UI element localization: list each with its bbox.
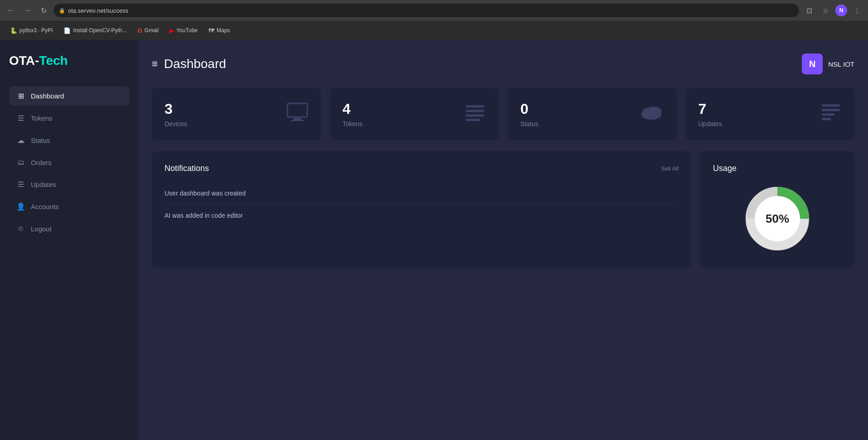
devices-count: 3: [165, 101, 187, 117]
bookmark-pyttsx3[interactable]: 🐍 pyttsx3 · PyPI: [5, 25, 57, 36]
notification-item: User dashboard was created: [165, 182, 679, 205]
main-title-group: ≡ Dashboard: [152, 57, 226, 71]
notifications-header: Notifications Sell All: [165, 164, 679, 173]
svg-rect-1: [294, 118, 301, 120]
stat-info-tokens: 4 Tokens: [343, 101, 363, 127]
svg-rect-0: [287, 103, 307, 117]
svg-rect-14: [822, 118, 831, 120]
orders-icon: 🗂: [16, 158, 25, 166]
main-content: ≡ Dashboard N NSL IOT 3 Devices: [138, 40, 868, 440]
monitor-icon: [286, 103, 308, 126]
url-text: ota.serveo.net/success: [68, 7, 128, 14]
bookmark-label: Maps: [217, 27, 230, 34]
stat-card-tokens[interactable]: 4 Tokens: [330, 88, 499, 140]
lock-icon: 🔒: [59, 8, 65, 14]
hamburger-icon[interactable]: ≡: [152, 58, 158, 70]
stat-card-updates[interactable]: 7 Updates: [686, 88, 855, 140]
more-icon[interactable]: ⋮: [851, 4, 863, 17]
sidebar-item-label: Dashboard: [31, 92, 64, 100]
bookmark-youtube[interactable]: ▶ YouTube: [165, 25, 202, 36]
sidebar-item-orders[interactable]: 🗂 Orders: [9, 153, 129, 172]
star-icon[interactable]: ☆: [819, 4, 832, 17]
avatar: N: [802, 54, 823, 74]
status-label: Status: [520, 120, 538, 127]
svg-rect-6: [466, 119, 480, 121]
logo-tech: Tech: [39, 54, 68, 68]
svg-rect-2: [291, 120, 304, 121]
donut-container: 50%: [713, 182, 842, 255]
browser-chrome: ← → ↻ 🔒 ota.serveo.net/success ⊡ ☆ N ⋮ 🐍…: [0, 0, 868, 40]
sidebar-item-label: Tokens: [31, 114, 53, 122]
tokens-count: 4: [343, 101, 363, 117]
notifications-title: Notifications: [165, 164, 209, 173]
tokens-icon: ☰: [16, 114, 25, 122]
bookmark-label: Install OpenCV-Pyth...: [73, 27, 126, 34]
sidebar-item-updates[interactable]: ☰ Updates: [9, 175, 129, 194]
sidebar-item-dashboard[interactable]: ⊞ Dashboard: [9, 86, 129, 106]
main-header: ≡ Dashboard N NSL IOT: [152, 54, 854, 74]
devices-label: Devices: [165, 120, 187, 127]
sidebar-item-tokens[interactable]: ☰ Tokens: [9, 108, 129, 128]
chrome-user-avatar[interactable]: N: [835, 5, 847, 16]
notification-text: AI was added in code editor: [165, 212, 243, 219]
forward-button[interactable]: →: [21, 4, 34, 17]
app-layout: OTA-Tech ⊞ Dashboard ☰ Tokens ☁ Status 🗂…: [0, 40, 868, 440]
notifications-panel: Notifications Sell All User dashboard wa…: [152, 151, 691, 268]
toolbar-right: ⊡ ☆ N ⋮: [803, 4, 863, 17]
bookmark-label: Gmail: [145, 27, 159, 34]
bookmark-label: pyttsx3 · PyPI: [19, 27, 53, 34]
sell-all-button[interactable]: Sell All: [661, 165, 679, 172]
stat-card-status[interactable]: 0 Status: [508, 88, 677, 140]
browser-toolbar: ← → ↻ 🔒 ota.serveo.net/success ⊡ ☆ N ⋮: [0, 0, 868, 21]
gmail-icon: G: [137, 27, 142, 34]
cloud-icon: [639, 103, 664, 126]
youtube-icon: ▶: [170, 27, 174, 34]
stat-card-devices[interactable]: 3 Devices: [152, 88, 321, 140]
bottom-row: Notifications Sell All User dashboard wa…: [152, 151, 854, 268]
back-button[interactable]: ←: [5, 4, 17, 17]
usage-title: Usage: [713, 164, 737, 173]
bookmark-maps[interactable]: 🗺 Maps: [204, 25, 234, 36]
svg-rect-3: [466, 105, 484, 108]
svg-rect-5: [466, 114, 484, 117]
notification-item: AI was added in code editor: [165, 205, 679, 226]
sidebar-item-logout[interactable]: ⎋ Logout: [9, 219, 129, 238]
usage-panel: Usage 50%: [700, 151, 854, 268]
notification-text: User dashboard was created: [165, 190, 246, 197]
sidebar-item-label: Status: [31, 137, 50, 144]
tokens-label: Tokens: [343, 120, 363, 127]
sidebar-item-label: Logout: [31, 225, 52, 233]
user-name: NSL IOT: [828, 60, 854, 68]
browser-bookmarks: 🐍 pyttsx3 · PyPI 📄 Install OpenCV-Pyth..…: [0, 21, 868, 40]
translate-icon[interactable]: ⊡: [803, 4, 815, 17]
stat-info-status: 0 Status: [520, 101, 538, 127]
user-section: N NSL IOT: [802, 54, 854, 74]
updates-list-icon: [820, 103, 842, 126]
logout-icon: ⎋: [16, 225, 25, 233]
list-icon: [464, 103, 486, 126]
sidebar-item-label: Updates: [31, 181, 56, 188]
sidebar-item-label: Accounts: [31, 203, 59, 210]
sidebar-item-status[interactable]: ☁ Status: [9, 131, 129, 150]
svg-rect-11: [822, 104, 840, 107]
logo-ota: OTA-: [9, 54, 39, 68]
status-count: 0: [520, 101, 538, 117]
donut-chart: 50%: [741, 182, 814, 255]
updates-label: Updates: [698, 120, 722, 127]
updates-count: 7: [698, 101, 722, 117]
svg-rect-13: [822, 113, 834, 116]
address-bar[interactable]: 🔒 ota.serveo.net/success: [53, 4, 799, 17]
reload-button[interactable]: ↻: [37, 4, 50, 17]
bookmark-gmail[interactable]: G Gmail: [133, 25, 163, 36]
maps-icon: 🗺: [209, 27, 214, 34]
sidebar-item-accounts[interactable]: 👤 Accounts: [9, 197, 129, 216]
logo: OTA-Tech: [9, 54, 129, 68]
page-title: Dashboard: [164, 57, 226, 71]
stat-info-devices: 3 Devices: [165, 101, 187, 127]
accounts-icon: 👤: [16, 202, 25, 211]
usage-percentage: 50%: [766, 212, 789, 226]
bookmark-opencv[interactable]: 📄 Install OpenCV-Pyth...: [59, 25, 131, 36]
nav-items: ⊞ Dashboard ☰ Tokens ☁ Status 🗂 Orders ☰…: [9, 86, 129, 238]
svg-point-10: [647, 107, 656, 115]
bookmark-label: YouTube: [176, 27, 198, 34]
